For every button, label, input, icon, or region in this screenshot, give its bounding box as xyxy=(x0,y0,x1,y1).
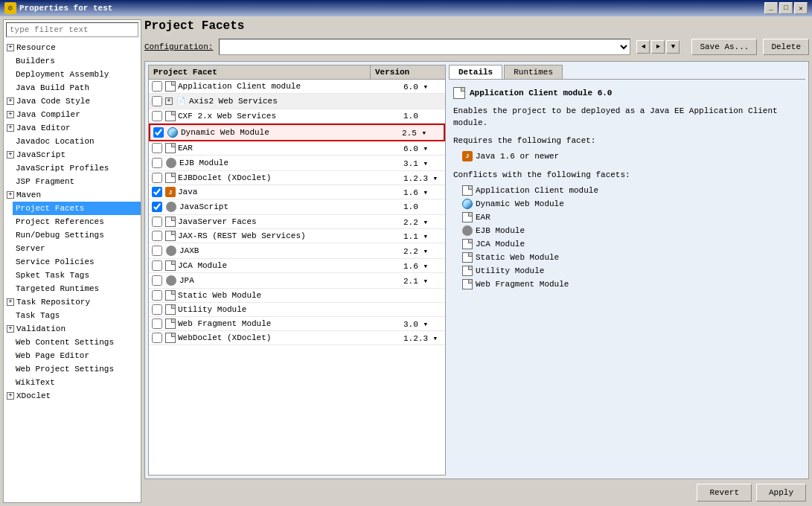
tab-runtimes[interactable]: Runtimes xyxy=(504,65,563,79)
maximize-button[interactable]: □ xyxy=(779,2,793,14)
expand-icon[interactable]: + xyxy=(7,151,14,158)
facet-checkbox-ejbdoclet[interactable] xyxy=(152,173,162,183)
facet-checkbox-jpa[interactable] xyxy=(152,275,162,286)
conflict-item-static-web: Static Web Module xyxy=(462,251,801,264)
sidebar-item-web-project-settings[interactable]: Web Project Settings xyxy=(13,362,141,376)
expand-icon[interactable]: + xyxy=(7,191,14,199)
config-select[interactable] xyxy=(219,39,630,55)
save-as-button[interactable]: Save As... xyxy=(691,39,757,55)
facet-version: 3.1 ▾ xyxy=(397,158,442,168)
sidebar-item-project-references[interactable]: Project References xyxy=(13,215,141,228)
expand-icon[interactable]: + xyxy=(7,298,14,306)
expand-icon[interactable]: + xyxy=(7,325,14,333)
app-icon: ⚙ xyxy=(4,2,16,14)
sidebar-item-task-repository[interactable]: + Task Repository xyxy=(4,295,141,309)
sidebar-item-jsp-fragment[interactable]: JSP Fragment xyxy=(13,175,141,188)
facet-version: 2.5 ▾ xyxy=(396,128,441,138)
doc-icon xyxy=(462,185,473,196)
facet-checkbox-dynamic-web[interactable] xyxy=(153,127,164,138)
minimize-button[interactable]: _ xyxy=(764,2,778,14)
facet-checkbox-static-web[interactable] xyxy=(152,290,162,301)
sidebar-item-javascript[interactable]: + JavaScript xyxy=(4,148,141,161)
facet-checkbox-java[interactable] xyxy=(152,187,162,197)
doc-icon xyxy=(462,239,473,249)
conflict-text: Dynamic Web Module xyxy=(476,198,564,210)
facet-checkbox-axis2[interactable] xyxy=(152,96,162,106)
sidebar-item-label: Web Content Settings xyxy=(16,336,114,348)
sidebar-item-web-content-settings[interactable]: Web Content Settings xyxy=(13,336,141,349)
sidebar-item-project-facets[interactable]: Project Facets xyxy=(13,202,141,215)
sidebar-item-server[interactable]: Server xyxy=(13,242,141,255)
sidebar-item-builders[interactable]: Builders xyxy=(13,54,141,68)
facet-checkbox-app-client[interactable] xyxy=(152,81,162,92)
expand-icon[interactable]: + xyxy=(7,124,14,132)
expand-icon[interactable]: + xyxy=(7,392,14,400)
close-button[interactable]: ✕ xyxy=(794,2,808,14)
sidebar-item-deployment-assembly[interactable]: Deployment Assembly xyxy=(13,68,141,81)
sidebar-item-run-debug[interactable]: Run/Debug Settings xyxy=(13,228,141,242)
details-requires-item: J Java 1.6 or newer xyxy=(462,150,801,163)
sidebar-item-validation[interactable]: + Validation xyxy=(4,322,141,336)
facet-row-java: J Java 1.6 ▾ xyxy=(149,185,445,199)
details-description-section: Enables the project to be deployed as a … xyxy=(453,105,801,129)
page-title: Project Facets xyxy=(144,19,809,33)
facet-checkbox-cxf[interactable] xyxy=(152,111,162,121)
sidebar-item-service-policies[interactable]: Service Policies xyxy=(13,255,141,269)
details-conflicts-section: Conflicts with the following facets: App… xyxy=(453,169,801,291)
table-header: Project Facet Version xyxy=(149,65,445,80)
tab-details[interactable]: Details xyxy=(449,65,502,79)
sidebar-item-label: Server xyxy=(16,243,45,254)
expand-icon[interactable]: + xyxy=(7,44,14,51)
config-label: Configuration: xyxy=(144,42,213,51)
facet-checkbox-jaxrs[interactable] xyxy=(152,231,162,241)
down-button[interactable]: ▼ xyxy=(666,40,680,54)
back-button[interactable]: ◄ xyxy=(636,40,650,54)
sidebar-item-javadoc-location[interactable]: Javadoc Location xyxy=(13,135,141,148)
facet-version: 1.6 ▾ xyxy=(397,188,442,197)
sidebar-item-web-page-editor[interactable]: Web Page Editor xyxy=(13,349,141,362)
web-icon xyxy=(167,126,179,138)
sidebar-item-java-editor[interactable]: + Java Editor xyxy=(4,121,141,135)
sidebar-item-xdoclet[interactable]: + XDoclet xyxy=(4,389,141,403)
sidebar-item-java-code-style[interactable]: + Java Code Style xyxy=(4,95,141,108)
fwd-button[interactable]: ► xyxy=(651,40,665,54)
facet-checkbox-jca[interactable] xyxy=(152,260,162,271)
sidebar-item-label: Java Code Style xyxy=(16,95,90,107)
apply-button[interactable]: Apply xyxy=(756,484,806,502)
expand-icon[interactable]: + xyxy=(7,111,14,118)
title-controls[interactable]: _ □ ✕ xyxy=(764,2,808,14)
config-row: Configuration: ◄ ► ▼ Save As... Delete xyxy=(144,39,809,55)
expand-axis2[interactable]: + xyxy=(165,97,173,105)
sidebar-item-wikitext[interactable]: WikiText xyxy=(13,376,141,389)
sidebar-item-java-build-path[interactable]: Java Build Path xyxy=(13,81,141,95)
facet-checkbox-ejb[interactable] xyxy=(152,158,162,168)
facet-checkbox-javascript[interactable] xyxy=(152,202,162,212)
facet-version: 6.0 ▾ xyxy=(397,144,442,153)
revert-button[interactable]: Revert xyxy=(697,484,752,502)
facet-name: Web Fragment Module xyxy=(178,319,397,328)
requires-text: Java 1.6 or newer xyxy=(476,150,559,162)
facet-row-jca: JCA Module 1.6 ▾ xyxy=(149,259,445,273)
gear-icon xyxy=(165,275,177,286)
sidebar-item-javascript-profiles[interactable]: JavaScript Profiles xyxy=(13,161,141,175)
sidebar-item-resource[interactable]: + Resource xyxy=(4,41,141,54)
filter-input[interactable] xyxy=(6,22,138,37)
expand-icon[interactable]: + xyxy=(7,97,14,105)
facet-checkbox-webdoclet[interactable] xyxy=(152,333,162,343)
sidebar-item-maven[interactable]: + Maven xyxy=(4,188,141,202)
facet-checkbox-jsf[interactable] xyxy=(152,217,162,227)
sidebar-item-task-tags[interactable]: Task Tags xyxy=(13,309,141,322)
facet-checkbox-web-fragment[interactable] xyxy=(152,318,162,329)
bottom-bar: Revert Apply xyxy=(144,479,809,503)
doc-icon xyxy=(462,266,473,276)
facet-checkbox-ear[interactable] xyxy=(152,143,162,153)
sidebar-item-spket[interactable]: Spket Task Tags xyxy=(13,269,141,282)
sidebar-item-targeted-runtimes[interactable]: Targeted Runtimes xyxy=(13,282,141,295)
facet-name: JAXB xyxy=(179,246,397,255)
delete-button[interactable]: Delete xyxy=(763,39,809,55)
facet-checkbox-utility[interactable] xyxy=(152,304,162,315)
sidebar-item-label: Targeted Runtimes xyxy=(16,283,99,295)
sidebar-item-java-compiler[interactable]: + Java Compiler xyxy=(4,108,141,121)
facet-checkbox-jaxb[interactable] xyxy=(152,246,162,256)
main-container: + Resource Builders Deployment Assembly … xyxy=(0,16,812,506)
